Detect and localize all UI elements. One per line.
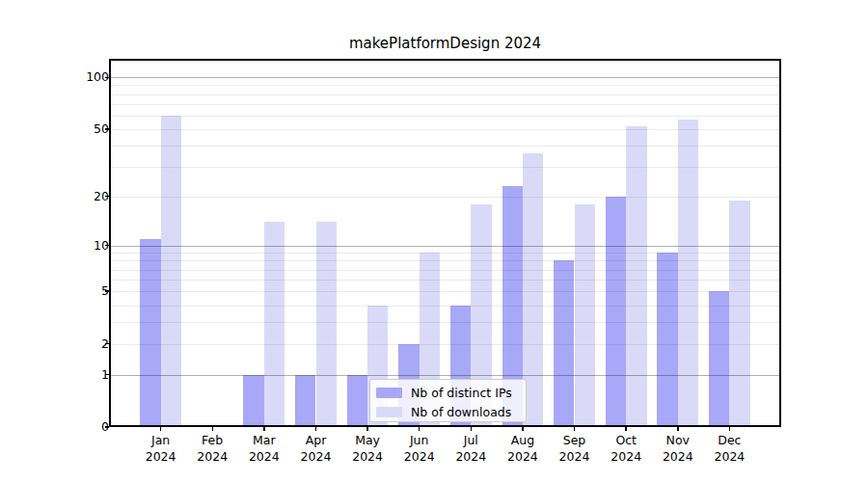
legend-swatch-distinct-ips: [376, 388, 402, 398]
y-tick-label: 50: [13, 121, 109, 137]
x-tick-mark: [366, 427, 368, 431]
gridline-minor: [109, 280, 781, 281]
y-tick-label: 5: [13, 283, 109, 299]
gridline-major: [109, 77, 781, 78]
gridline-minor: [109, 85, 781, 86]
gridline-minor: [109, 306, 781, 307]
y-tick-label: 10: [13, 238, 109, 254]
bar-downloads-nov: [678, 120, 698, 427]
gridline-minor: [109, 116, 781, 117]
y-tick-label: 20: [13, 189, 109, 204]
legend-item-downloads: Nb of downloads: [376, 403, 520, 420]
plot-area: Nb of distinct IPs Nb of downloads: [109, 59, 781, 427]
gridline-minor: [109, 167, 781, 168]
gridline-minor: [109, 260, 781, 261]
gridline-minor: [109, 270, 781, 271]
x-tick-label-dec: Dec2024: [698, 433, 760, 466]
gridline-major: [109, 246, 781, 247]
x-tick-mark: [574, 427, 576, 431]
y-tick-label: 0: [13, 419, 109, 435]
legend-label-distinct-ips: Nb of distinct IPs: [411, 386, 512, 400]
bar-downloads-jan: [161, 116, 181, 427]
legend-label-downloads: Nb of downloads: [411, 405, 511, 419]
y-tick-label: 100: [13, 69, 109, 85]
x-tick-mark: [625, 427, 627, 431]
gridline-minor: [109, 291, 781, 292]
figure: makePlatformDesign 2024 Nb of distinct I…: [0, 0, 868, 482]
gridline-minor: [109, 197, 781, 198]
bar-downloads-dec: [729, 201, 749, 428]
bar-distinct-ips-jan: [140, 239, 160, 427]
legend-swatch-downloads: [376, 407, 402, 417]
gridline-minor: [109, 322, 781, 323]
bar-distinct-ips-dec: [709, 291, 729, 427]
x-tick-mark: [263, 427, 265, 431]
x-tick-mark: [471, 427, 473, 431]
x-tick-mark: [315, 427, 317, 431]
y-tick-label: 1: [13, 367, 109, 383]
gridline-minor: [109, 94, 781, 95]
gridline-minor: [109, 129, 781, 130]
bar-downloads-sep: [575, 204, 595, 427]
y-axis: 1005020105210: [0, 59, 109, 427]
gridline-minor: [109, 344, 781, 345]
bar-distinct-ips-oct: [606, 197, 626, 427]
x-tick-mark: [419, 427, 420, 431]
gridline-minor: [109, 146, 781, 147]
x-tick-mark: [522, 427, 524, 431]
x-tick-mark: [212, 427, 214, 431]
legend: Nb of distinct IPs Nb of downloads: [369, 379, 527, 422]
chart-title: makePlatformDesign 2024: [109, 35, 781, 52]
bar-distinct-ips-may: [347, 375, 367, 428]
x-tick-mark: [677, 427, 679, 431]
bar-downloads-oct: [626, 126, 646, 427]
x-tick-mark: [729, 427, 731, 431]
bar-distinct-ips-apr: [295, 375, 315, 428]
x-tick-mark: [160, 427, 162, 431]
gridline-major: [109, 375, 781, 376]
x-axis: Jan2024Feb2024Mar2024Apr2024May2024Jun20…: [109, 427, 781, 480]
y-tick-label: 2: [13, 336, 109, 352]
gridline-minor: [109, 104, 781, 105]
gridline-minor: [109, 253, 781, 254]
legend-item-distinct-ips: Nb of distinct IPs: [376, 384, 520, 401]
bar-distinct-ips-mar: [243, 375, 263, 428]
